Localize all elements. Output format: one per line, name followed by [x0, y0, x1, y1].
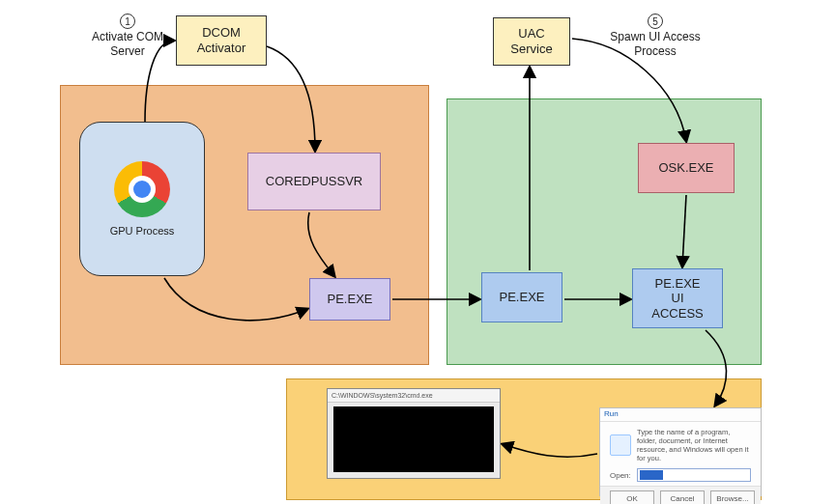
- step-1-label: 1 Activate COM Server: [79, 14, 176, 59]
- cmd-body: [333, 406, 494, 472]
- pe-exe-lowil-node: PE.EXE: [481, 272, 562, 322]
- open-label: Open:: [610, 471, 631, 480]
- dcom-activator-node: DCOM Activator: [176, 15, 267, 66]
- cmd-title: C:\WINDOWS\system32\cmd.exe: [328, 389, 500, 403]
- step-5-num: 5: [648, 14, 663, 29]
- uac-service-node: UAC Service: [493, 17, 570, 66]
- run-dialog: Run Type the name of a program, folder, …: [599, 407, 762, 496]
- ok-button[interactable]: OK: [610, 490, 654, 504]
- osk-node: OSK.EXE: [638, 143, 735, 193]
- step-5-label: 5 Spawn UI Access Process: [588, 14, 723, 59]
- run-dialog-title: Run: [600, 408, 761, 422]
- chrome-icon: [114, 161, 170, 217]
- run-icon: [610, 434, 631, 456]
- step-1-text: Activate COM Server: [92, 30, 163, 58]
- step-5-text: Spawn UI Access Process: [610, 30, 700, 58]
- run-description: Type the name of a program, folder, docu…: [637, 428, 751, 462]
- step-1-num: 1: [120, 14, 135, 29]
- open-field[interactable]: [637, 468, 751, 482]
- cmd-window: C:\WINDOWS\system32\cmd.exe: [327, 388, 501, 479]
- run-dialog-title-text: Run: [604, 409, 619, 418]
- browse-button[interactable]: Browse...: [710, 490, 755, 504]
- pe-exe-restricted-node: PE.EXE: [309, 278, 390, 321]
- cancel-button[interactable]: Cancel: [660, 490, 705, 504]
- gpu-process-node: GPU Process: [79, 122, 205, 276]
- gpu-label: GPU Process: [110, 225, 175, 237]
- open-field-value: [640, 470, 663, 480]
- coredpussvr-node: COREDPUSSVR: [247, 153, 381, 210]
- pe-exe-ui-access-node: PE.EXE UI ACCESS: [632, 268, 723, 328]
